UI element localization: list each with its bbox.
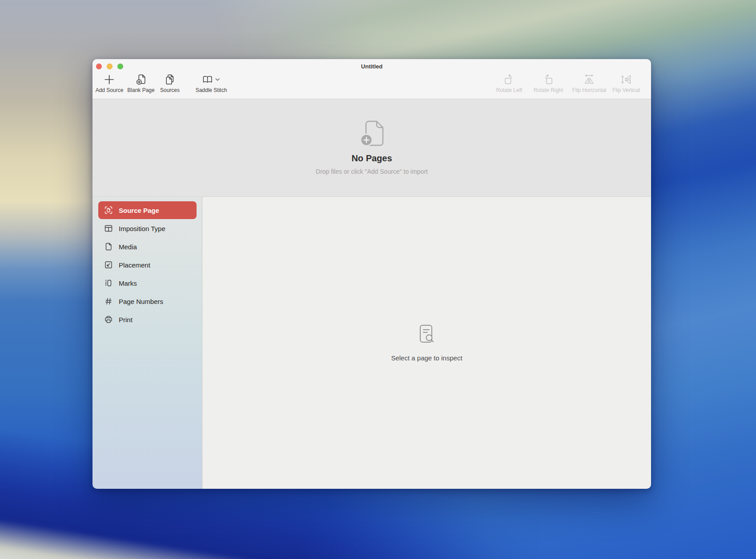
window-title: Untitled: [92, 63, 651, 70]
blank-page-icon: [135, 74, 147, 85]
inspector-empty-text: Select a page to inspect: [391, 354, 462, 362]
saddle-stitch-label: Saddle Stitch: [196, 87, 227, 93]
page-numbers-icon: [104, 297, 113, 306]
drop-import-area[interactable]: No Pages Drop files or click "Add Source…: [92, 99, 651, 197]
sidebar-item-label: Placement: [119, 261, 150, 269]
app-window: Untitled Add Source Blank Page: [92, 59, 651, 489]
flip-vertical-button[interactable]: Flip Vertical: [612, 74, 640, 93]
media-page-icon: [104, 242, 113, 251]
rotate-left-icon: [503, 74, 515, 85]
rotate-right-label: Rotate Right: [534, 87, 563, 93]
sidebar-item-marks[interactable]: Marks: [98, 274, 197, 292]
rotate-right-icon: [543, 74, 554, 85]
sidebar-item-label: Marks: [119, 280, 137, 287]
plus-icon: [104, 74, 115, 85]
chevron-down-icon: [215, 78, 220, 81]
printer-icon: [104, 315, 113, 324]
flip-horizontal-label: Flip Horizontal: [572, 87, 607, 93]
documents-icon: [164, 74, 176, 85]
sidebar-item-print[interactable]: Print: [98, 311, 197, 328]
page-search-icon: [419, 324, 435, 347]
titlebar-toolbar: Untitled Add Source Blank Page: [92, 59, 651, 99]
placement-icon: [104, 260, 113, 269]
source-page-icon: [104, 206, 113, 215]
flip-horizontal-button[interactable]: Flip Horizontal: [572, 74, 607, 93]
blank-page-label: Blank Page: [127, 87, 154, 93]
flip-horizontal-icon: [583, 74, 595, 85]
imposition-grid-icon: [104, 224, 113, 233]
sidebar-item-label: Imposition Type: [119, 225, 165, 232]
rotate-left-label: Rotate Left: [496, 87, 523, 93]
sidebar-item-label: Source Page: [119, 207, 159, 214]
sidebar-item-label: Print: [119, 316, 133, 323]
add-source-button[interactable]: Add Source: [96, 74, 124, 93]
blank-page-button[interactable]: Blank Page: [127, 74, 154, 93]
book-icon: [202, 75, 213, 84]
window-body: Source Page Imposition Type Media: [92, 197, 651, 489]
saddle-stitch-button[interactable]: Saddle Stitch: [196, 74, 227, 93]
sources-label: Sources: [160, 87, 180, 93]
marks-icon: [104, 279, 113, 287]
sidebar-item-imposition-type[interactable]: Imposition Type: [98, 220, 197, 237]
sidebar-item-source-page[interactable]: Source Page: [98, 201, 197, 219]
document-add-icon: [359, 120, 385, 148]
flip-vertical-icon: [620, 74, 632, 85]
sidebar-item-media[interactable]: Media: [98, 238, 197, 256]
sidebar-item-label: Page Numbers: [119, 298, 163, 305]
sidebar: Source Page Imposition Type Media: [92, 197, 202, 489]
rotate-right-button[interactable]: Rotate Right: [534, 74, 563, 93]
add-source-label: Add Source: [96, 87, 124, 93]
sidebar-item-label: Media: [119, 243, 137, 251]
inspector-panel: Select a page to inspect: [202, 197, 651, 489]
no-pages-subtitle: Drop files or click "Add Source" to impo…: [316, 168, 428, 175]
sidebar-item-placement[interactable]: Placement: [98, 256, 197, 274]
rotate-left-button[interactable]: Rotate Left: [496, 74, 523, 93]
flip-vertical-label: Flip Vertical: [612, 87, 640, 93]
no-pages-title: No Pages: [351, 153, 392, 164]
desktop: Untitled Add Source Blank Page: [0, 0, 756, 559]
sidebar-item-page-numbers[interactable]: Page Numbers: [98, 292, 197, 310]
sources-button[interactable]: Sources: [160, 74, 180, 93]
